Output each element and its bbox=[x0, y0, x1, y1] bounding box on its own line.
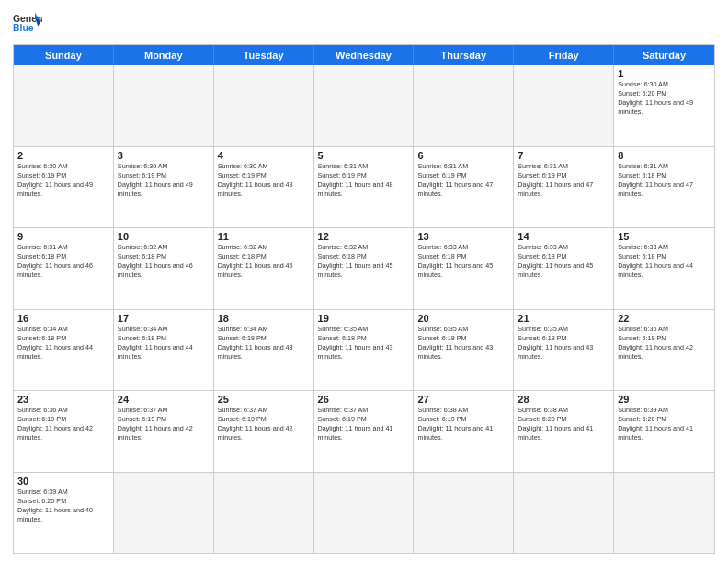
day-number: 13 bbox=[417, 231, 509, 242]
day-number: 15 bbox=[618, 231, 711, 242]
weekday-header-sunday: Sunday bbox=[14, 45, 114, 65]
calendar-cell-15: 15Sunrise: 6:33 AMSunset: 6:18 PMDayligh… bbox=[614, 228, 714, 309]
cell-info: Sunrise: 6:38 AMSunset: 6:20 PMDaylight:… bbox=[518, 406, 609, 442]
calendar-header: SundayMondayTuesdayWednesdayThursdayFrid… bbox=[14, 45, 714, 65]
calendar-cell-4: 4Sunrise: 6:30 AMSunset: 6:19 PMDaylight… bbox=[214, 147, 314, 228]
weekday-header-monday: Monday bbox=[114, 45, 214, 65]
calendar-cell-empty bbox=[514, 65, 614, 146]
day-number: 11 bbox=[218, 231, 310, 242]
calendar-cell-28: 28Sunrise: 6:38 AMSunset: 6:20 PMDayligh… bbox=[514, 391, 614, 472]
weekday-header-saturday: Saturday bbox=[614, 45, 714, 65]
weekday-header-wednesday: Wednesday bbox=[314, 45, 415, 65]
day-number: 8 bbox=[618, 150, 711, 161]
cell-info: Sunrise: 6:30 AMSunset: 6:19 PMDaylight:… bbox=[17, 162, 109, 199]
day-number: 2 bbox=[17, 150, 109, 161]
cell-info: Sunrise: 6:33 AMSunset: 6:18 PMDaylight:… bbox=[417, 243, 509, 280]
day-number: 18 bbox=[218, 313, 310, 324]
day-number: 9 bbox=[17, 231, 109, 242]
day-number: 4 bbox=[218, 150, 310, 161]
day-number: 6 bbox=[417, 150, 509, 161]
calendar-cell-empty bbox=[14, 65, 114, 146]
cell-info: Sunrise: 6:38 AMSunset: 6:19 PMDaylight:… bbox=[417, 406, 509, 442]
day-number: 23 bbox=[17, 394, 109, 405]
day-number: 22 bbox=[618, 313, 711, 324]
calendar-cell-empty bbox=[314, 65, 415, 146]
calendar-cell-12: 12Sunrise: 6:32 AMSunset: 6:18 PMDayligh… bbox=[314, 228, 415, 309]
calendar-cell-5: 5Sunrise: 6:31 AMSunset: 6:19 PMDaylight… bbox=[314, 147, 415, 228]
cell-info: Sunrise: 6:30 AMSunset: 6:19 PMDaylight:… bbox=[218, 162, 310, 199]
calendar: SundayMondayTuesdayWednesdayThursdayFrid… bbox=[13, 44, 715, 554]
calendar-cell-empty bbox=[614, 473, 714, 554]
calendar-cell-17: 17Sunrise: 6:34 AMSunset: 6:18 PMDayligh… bbox=[114, 310, 214, 391]
calendar-cell-22: 22Sunrise: 6:36 AMSunset: 6:19 PMDayligh… bbox=[614, 310, 714, 391]
cell-info: Sunrise: 6:39 AMSunset: 6:20 PMDaylight:… bbox=[17, 488, 109, 524]
calendar-cell-16: 16Sunrise: 6:34 AMSunset: 6:18 PMDayligh… bbox=[14, 310, 114, 391]
calendar-row-5: 30Sunrise: 6:39 AMSunset: 6:20 PMDayligh… bbox=[14, 473, 714, 554]
logo: General Blue bbox=[13, 11, 42, 37]
cell-info: Sunrise: 6:31 AMSunset: 6:18 PMDaylight:… bbox=[17, 243, 109, 280]
weekday-header-friday: Friday bbox=[514, 45, 614, 65]
cell-info: Sunrise: 6:32 AMSunset: 6:18 PMDaylight:… bbox=[218, 243, 310, 280]
day-number: 16 bbox=[17, 313, 109, 324]
cell-info: Sunrise: 6:31 AMSunset: 6:18 PMDaylight:… bbox=[618, 162, 711, 199]
cell-info: Sunrise: 6:34 AMSunset: 6:18 PMDaylight:… bbox=[17, 325, 109, 362]
calendar-row-0: 1Sunrise: 6:30 AMSunset: 6:20 PMDaylight… bbox=[14, 65, 714, 147]
svg-text:Blue: Blue bbox=[13, 23, 34, 33]
calendar-body: 1Sunrise: 6:30 AMSunset: 6:20 PMDaylight… bbox=[14, 65, 714, 553]
calendar-cell-empty bbox=[414, 473, 514, 554]
logo-icon: General Blue bbox=[13, 11, 42, 37]
page-header: General Blue bbox=[13, 11, 715, 37]
day-number: 7 bbox=[518, 150, 609, 161]
cell-info: Sunrise: 6:37 AMSunset: 6:19 PMDaylight:… bbox=[218, 406, 310, 442]
cell-info: Sunrise: 6:31 AMSunset: 6:19 PMDaylight:… bbox=[518, 162, 609, 199]
calendar-row-1: 2Sunrise: 6:30 AMSunset: 6:19 PMDaylight… bbox=[14, 147, 714, 229]
cell-info: Sunrise: 6:32 AMSunset: 6:18 PMDaylight:… bbox=[118, 243, 210, 280]
cell-info: Sunrise: 6:35 AMSunset: 6:18 PMDaylight:… bbox=[417, 325, 509, 362]
cell-info: Sunrise: 6:31 AMSunset: 6:19 PMDaylight:… bbox=[318, 162, 410, 199]
calendar-cell-26: 26Sunrise: 6:37 AMSunset: 6:19 PMDayligh… bbox=[314, 391, 415, 472]
day-number: 10 bbox=[118, 231, 210, 242]
day-number: 19 bbox=[318, 313, 410, 324]
calendar-row-2: 9Sunrise: 6:31 AMSunset: 6:18 PMDaylight… bbox=[14, 228, 714, 310]
calendar-cell-6: 6Sunrise: 6:31 AMSunset: 6:19 PMDaylight… bbox=[414, 147, 514, 228]
day-number: 30 bbox=[17, 476, 109, 487]
day-number: 24 bbox=[118, 394, 210, 405]
cell-info: Sunrise: 6:33 AMSunset: 6:18 PMDaylight:… bbox=[518, 243, 609, 280]
calendar-cell-13: 13Sunrise: 6:33 AMSunset: 6:18 PMDayligh… bbox=[414, 228, 514, 309]
calendar-row-3: 16Sunrise: 6:34 AMSunset: 6:18 PMDayligh… bbox=[14, 310, 714, 392]
calendar-cell-empty bbox=[314, 473, 415, 554]
day-number: 26 bbox=[318, 394, 410, 405]
calendar-cell-14: 14Sunrise: 6:33 AMSunset: 6:18 PMDayligh… bbox=[514, 228, 614, 309]
weekday-header-thursday: Thursday bbox=[414, 45, 514, 65]
calendar-cell-empty bbox=[214, 473, 314, 554]
cell-info: Sunrise: 6:37 AMSunset: 6:19 PMDaylight:… bbox=[318, 406, 410, 442]
calendar-cell-11: 11Sunrise: 6:32 AMSunset: 6:18 PMDayligh… bbox=[214, 228, 314, 309]
calendar-row-4: 23Sunrise: 6:36 AMSunset: 6:19 PMDayligh… bbox=[14, 391, 714, 473]
cell-info: Sunrise: 6:30 AMSunset: 6:19 PMDaylight:… bbox=[118, 162, 210, 199]
cell-info: Sunrise: 6:34 AMSunset: 6:18 PMDaylight:… bbox=[118, 325, 210, 362]
cell-info: Sunrise: 6:33 AMSunset: 6:18 PMDaylight:… bbox=[618, 243, 711, 280]
cell-info: Sunrise: 6:36 AMSunset: 6:19 PMDaylight:… bbox=[618, 325, 711, 362]
day-number: 5 bbox=[318, 150, 410, 161]
day-number: 25 bbox=[218, 394, 310, 405]
calendar-cell-30: 30Sunrise: 6:39 AMSunset: 6:20 PMDayligh… bbox=[14, 473, 114, 554]
calendar-cell-20: 20Sunrise: 6:35 AMSunset: 6:18 PMDayligh… bbox=[414, 310, 514, 391]
calendar-cell-empty bbox=[114, 473, 214, 554]
cell-info: Sunrise: 6:36 AMSunset: 6:19 PMDaylight:… bbox=[17, 406, 109, 442]
cell-info: Sunrise: 6:35 AMSunset: 6:18 PMDaylight:… bbox=[318, 325, 410, 362]
day-number: 3 bbox=[118, 150, 210, 161]
cell-info: Sunrise: 6:31 AMSunset: 6:19 PMDaylight:… bbox=[417, 162, 509, 199]
day-number: 12 bbox=[318, 231, 410, 242]
calendar-cell-2: 2Sunrise: 6:30 AMSunset: 6:19 PMDaylight… bbox=[14, 147, 114, 228]
day-number: 28 bbox=[518, 394, 609, 405]
calendar-cell-18: 18Sunrise: 6:34 AMSunset: 6:18 PMDayligh… bbox=[214, 310, 314, 391]
calendar-cell-10: 10Sunrise: 6:32 AMSunset: 6:18 PMDayligh… bbox=[114, 228, 214, 309]
day-number: 21 bbox=[518, 313, 609, 324]
cell-info: Sunrise: 6:34 AMSunset: 6:18 PMDaylight:… bbox=[218, 325, 310, 362]
calendar-cell-7: 7Sunrise: 6:31 AMSunset: 6:19 PMDaylight… bbox=[514, 147, 614, 228]
calendar-cell-29: 29Sunrise: 6:39 AMSunset: 6:20 PMDayligh… bbox=[614, 391, 714, 472]
cell-info: Sunrise: 6:35 AMSunset: 6:18 PMDaylight:… bbox=[518, 325, 609, 362]
calendar-cell-3: 3Sunrise: 6:30 AMSunset: 6:19 PMDaylight… bbox=[114, 147, 214, 228]
cell-info: Sunrise: 6:32 AMSunset: 6:18 PMDaylight:… bbox=[318, 243, 410, 280]
calendar-cell-8: 8Sunrise: 6:31 AMSunset: 6:18 PMDaylight… bbox=[614, 147, 714, 228]
